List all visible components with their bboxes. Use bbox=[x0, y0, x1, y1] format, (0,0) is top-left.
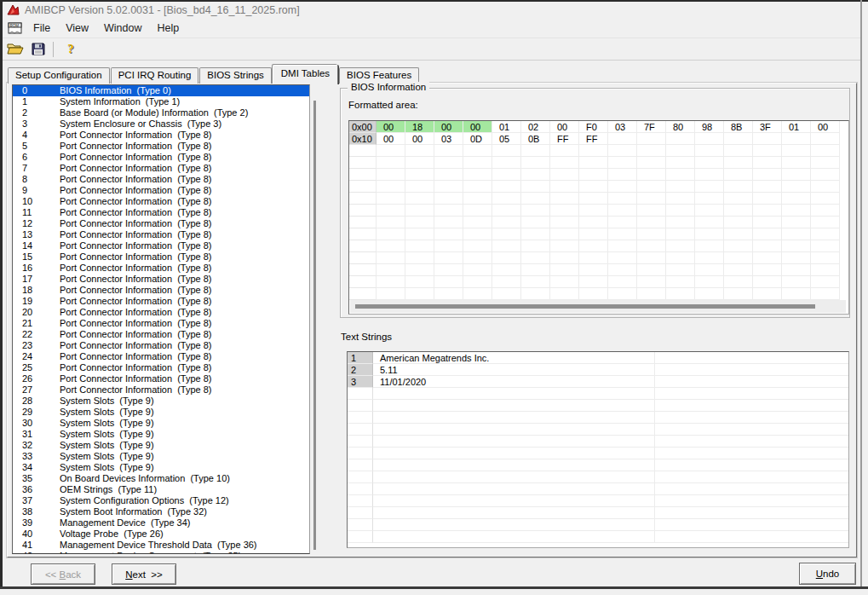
string-value[interactable]: 5.11 bbox=[373, 364, 655, 376]
string-value[interactable] bbox=[373, 388, 655, 400]
hex-byte-cell[interactable] bbox=[550, 252, 579, 264]
hex-byte-cell[interactable] bbox=[724, 240, 753, 252]
hex-byte-cell[interactable]: 00 bbox=[550, 121, 579, 133]
hex-byte-cell[interactable] bbox=[753, 217, 782, 228]
hex-byte-cell[interactable] bbox=[579, 169, 608, 181]
hex-byte-cell[interactable] bbox=[492, 276, 521, 288]
hex-byte-cell[interactable] bbox=[405, 217, 434, 228]
hex-byte-cell[interactable] bbox=[377, 276, 405, 288]
hex-byte-cell[interactable] bbox=[811, 157, 840, 169]
list-item[interactable]: 15Port Connector Information (Type 8) bbox=[13, 251, 309, 263]
hex-byte-cell[interactable] bbox=[753, 157, 782, 169]
hex-byte-cell[interactable]: 98 bbox=[695, 121, 724, 133]
list-item[interactable]: 7Port Connector Information (Type 8) bbox=[13, 163, 309, 174]
hex-byte-cell[interactable] bbox=[434, 145, 463, 157]
hex-byte-cell[interactable] bbox=[377, 217, 405, 228]
list-item[interactable]: 38System Boot Information (Type 32) bbox=[13, 506, 309, 517]
hex-byte-cell[interactable]: F0 bbox=[579, 121, 608, 133]
hex-byte-cell[interactable] bbox=[666, 193, 695, 205]
hex-byte-cell[interactable]: 05 bbox=[492, 133, 521, 145]
text-string-row[interactable]: 1American Megatrends Inc. bbox=[348, 352, 848, 364]
hex-byte-cell[interactable] bbox=[695, 217, 724, 228]
hex-byte-cell[interactable] bbox=[377, 145, 405, 157]
menu-view[interactable]: View bbox=[58, 20, 96, 36]
hex-byte-cell[interactable] bbox=[782, 181, 811, 193]
text-string-row[interactable] bbox=[348, 459, 848, 471]
hex-byte-cell[interactable] bbox=[492, 264, 521, 276]
hex-byte-cell[interactable] bbox=[724, 252, 753, 264]
hex-byte-cell[interactable] bbox=[666, 169, 695, 181]
hex-byte-cell[interactable] bbox=[579, 193, 608, 205]
list-item[interactable]: 14Port Connector Information (Type 8) bbox=[13, 240, 309, 251]
tab-setup-configuration[interactable]: Setup Configuration bbox=[8, 67, 110, 84]
list-item[interactable]: 19Port Connector Information (Type 8) bbox=[13, 296, 309, 307]
hex-byte-cell[interactable] bbox=[463, 288, 492, 300]
hex-byte-cell[interactable] bbox=[753, 264, 782, 276]
hex-byte-cell[interactable] bbox=[550, 145, 579, 157]
hex-byte-cell[interactable] bbox=[724, 228, 753, 240]
hex-byte-cell[interactable] bbox=[405, 169, 434, 181]
hex-byte-cell[interactable]: 00 bbox=[377, 133, 405, 145]
hex-byte-cell[interactable] bbox=[695, 133, 724, 145]
hex-byte-cell[interactable] bbox=[579, 145, 608, 157]
list-item[interactable]: 22Port Connector Information (Type 8) bbox=[13, 329, 309, 340]
hex-byte-cell[interactable] bbox=[695, 264, 724, 276]
string-value[interactable] bbox=[373, 507, 655, 519]
string-value[interactable]: American Megatrends Inc. bbox=[373, 352, 655, 364]
hex-byte-cell[interactable] bbox=[434, 264, 463, 276]
hex-horizontal-scrollbar[interactable] bbox=[350, 300, 846, 313]
string-value[interactable] bbox=[373, 436, 655, 448]
list-item[interactable]: 23Port Connector Information (Type 8) bbox=[13, 340, 309, 351]
hex-byte-cell[interactable] bbox=[492, 169, 521, 181]
hex-byte-cell[interactable] bbox=[608, 133, 637, 145]
hex-byte-cell[interactable] bbox=[637, 205, 666, 217]
text-string-row[interactable] bbox=[348, 436, 848, 448]
list-item[interactable]: 8Port Connector Information (Type 8) bbox=[13, 174, 309, 185]
hex-byte-cell[interactable] bbox=[637, 228, 666, 240]
text-string-row[interactable] bbox=[348, 519, 848, 531]
list-item[interactable]: 42Management Device Component (Type 35) bbox=[13, 551, 309, 554]
text-string-row[interactable] bbox=[348, 471, 848, 483]
help-icon[interactable]: ? bbox=[60, 41, 81, 58]
hex-byte-cell[interactable] bbox=[811, 288, 840, 300]
hex-byte-cell[interactable] bbox=[434, 181, 463, 193]
hex-byte-cell[interactable]: 8B bbox=[724, 121, 753, 133]
list-item[interactable]: 41Management Device Threshold Data (Type… bbox=[13, 540, 309, 551]
hex-byte-cell[interactable] bbox=[521, 145, 550, 157]
hex-byte-cell[interactable] bbox=[521, 288, 550, 300]
hex-byte-cell[interactable] bbox=[434, 228, 463, 240]
hex-byte-cell[interactable] bbox=[405, 228, 434, 240]
hex-byte-cell[interactable] bbox=[724, 205, 753, 217]
hex-byte-cell[interactable] bbox=[608, 276, 637, 288]
list-item[interactable]: 13Port Connector Information (Type 8) bbox=[13, 229, 309, 240]
list-item[interactable]: 30System Slots (Type 9) bbox=[13, 418, 309, 429]
hex-byte-cell[interactable] bbox=[724, 193, 753, 205]
hex-byte-cell[interactable] bbox=[492, 205, 521, 217]
list-item[interactable]: 21Port Connector Information (Type 8) bbox=[13, 318, 309, 329]
list-item[interactable]: 20Port Connector Information (Type 8) bbox=[13, 307, 309, 318]
hex-byte-cell[interactable] bbox=[550, 240, 579, 252]
hex-byte-cell[interactable] bbox=[724, 217, 753, 228]
hex-byte-cell[interactable] bbox=[782, 193, 811, 205]
hex-byte-cell[interactable] bbox=[463, 217, 492, 228]
hex-byte-cell[interactable] bbox=[782, 169, 811, 181]
list-item[interactable]: 36OEM Strings (Type 11) bbox=[13, 484, 309, 495]
hex-byte-cell[interactable] bbox=[782, 157, 811, 169]
hex-byte-cell[interactable] bbox=[724, 276, 753, 288]
hex-byte-cell[interactable] bbox=[405, 288, 434, 300]
hex-byte-cell[interactable]: FF bbox=[579, 133, 608, 145]
string-value[interactable] bbox=[373, 412, 655, 424]
text-string-row[interactable] bbox=[348, 531, 848, 543]
hex-byte-cell[interactable]: 03 bbox=[608, 121, 637, 133]
hex-byte-cell[interactable] bbox=[666, 181, 695, 193]
tab-pci-irq-routing[interactable]: PCI IRQ Routing bbox=[111, 67, 199, 84]
hex-byte-cell[interactable] bbox=[579, 181, 608, 193]
hex-byte-cell[interactable] bbox=[724, 181, 753, 193]
hex-byte-cell[interactable] bbox=[492, 217, 521, 228]
list-item[interactable]: 18Port Connector Information (Type 8) bbox=[13, 285, 309, 296]
list-item[interactable]: 11Port Connector Information (Type 8) bbox=[13, 207, 309, 218]
hex-byte-cell[interactable] bbox=[608, 288, 637, 300]
hex-byte-cell[interactable]: 03 bbox=[434, 133, 463, 145]
list-item[interactable]: 24Port Connector Information (Type 8) bbox=[13, 351, 309, 362]
hex-byte-cell[interactable] bbox=[492, 181, 521, 193]
